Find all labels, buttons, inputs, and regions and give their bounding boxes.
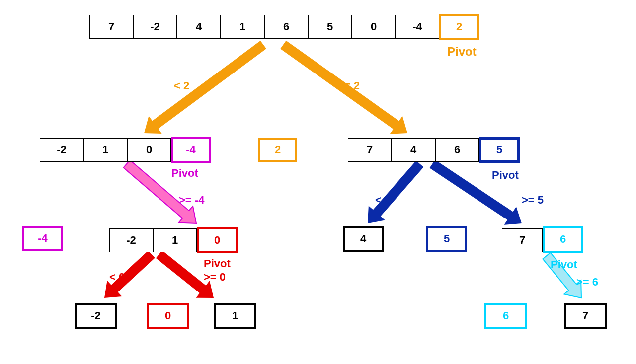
row2-six-pivot: 6	[543, 226, 583, 253]
split-label-lt2: < 2	[174, 79, 189, 92]
row1-left-cell: -2	[40, 138, 83, 162]
row2-six-pivot-label: Pivot	[551, 258, 577, 271]
row2-mid-pivot: 0	[197, 227, 238, 253]
row1-right-cell: 7	[348, 138, 392, 162]
split-label-ge0: >= 0	[204, 271, 226, 284]
result-box-5: 5	[426, 226, 467, 252]
result-box-neg4: -4	[22, 226, 63, 251]
result-box-4: 4	[343, 226, 384, 252]
split-label-lt0: < 0	[109, 271, 125, 284]
result-box-1: 1	[214, 303, 256, 329]
row1-left-cell: 1	[83, 138, 127, 162]
center-pivot-2: 2	[258, 138, 297, 162]
row0-cell: 4	[177, 15, 221, 39]
row1-right-cell: 4	[392, 138, 435, 162]
result-box-neg2: -2	[75, 303, 117, 329]
result-box-6: 6	[484, 303, 527, 329]
row1-left-cell: 0	[127, 138, 171, 162]
row0-cell: 1	[221, 15, 264, 39]
row0-cell: -4	[396, 15, 439, 39]
row0-pivot-label: Pivot	[447, 45, 477, 59]
row0-cell: 5	[308, 15, 352, 39]
result-box-7: 7	[564, 303, 607, 329]
row2-mid-pivot-label: Pivot	[204, 257, 231, 270]
split-label-ge-neg4: >= -4	[179, 194, 204, 207]
row2-mid-cell: 1	[153, 228, 197, 252]
split-label-ge6: >= 6	[576, 276, 598, 289]
row1-right-pivot-label: Pivot	[492, 169, 519, 182]
row1-right-pivot: 5	[479, 137, 520, 163]
row1-left-pivot-label: Pivot	[171, 167, 198, 180]
row2-mid-cell: -2	[109, 228, 153, 252]
row0-cell: -2	[133, 15, 177, 39]
row0-cell: 6	[264, 15, 308, 39]
row0-cell: 0	[352, 15, 396, 39]
row2-seven-cell: 7	[502, 228, 543, 252]
split-label-ge2: >= 2	[338, 79, 360, 92]
split-label-ge5: >= 5	[522, 194, 544, 207]
result-box-0: 0	[147, 303, 189, 329]
row1-right-cell: 6	[435, 138, 479, 162]
row1-left-pivot: -4	[171, 137, 211, 163]
split-label-lt5: < 5	[375, 194, 391, 207]
row0-pivot: 2	[439, 14, 479, 40]
row0-cell: 7	[89, 15, 133, 39]
